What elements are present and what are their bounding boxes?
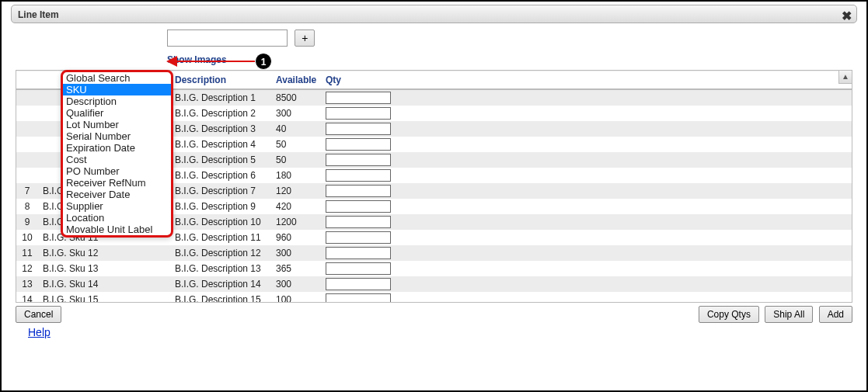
cell-qty [321, 199, 399, 214]
col-header-available[interactable]: Available [271, 71, 321, 90]
cell-available: 300 [271, 106, 321, 121]
cell-description: B.I.G. Description 7 [170, 183, 271, 199]
cell-description: B.I.G. Description 15 [170, 292, 271, 303]
qty-input[interactable] [326, 92, 391, 104]
cell-description: B.I.G. Description 11 [170, 230, 271, 245]
cell-rownum [16, 137, 38, 152]
dropdown-option[interactable]: Receiver Date [63, 189, 171, 200]
ship-all-button[interactable]: Ship All [765, 306, 813, 323]
cell-rownum: 9 [16, 214, 38, 230]
qty-input[interactable] [326, 247, 391, 259]
dropdown-option[interactable]: Movable Unit Label [63, 224, 171, 235]
col-header-row[interactable] [16, 71, 38, 90]
table-row[interactable]: 12B.I.G. Sku 13B.I.G. Description 13365 [16, 261, 852, 276]
cell-available: 960 [271, 230, 321, 245]
dropdown-option[interactable]: PO Number [63, 165, 171, 177]
cell-available: 40 [271, 121, 321, 137]
cell-qty [321, 89, 399, 106]
qty-input[interactable] [326, 278, 391, 290]
qty-input[interactable] [326, 138, 391, 151]
cell-rownum: 14 [16, 292, 38, 303]
cell-sku: B.I.G. Sku 12 [38, 245, 116, 261]
cell-description: B.I.G. Description 12 [170, 245, 271, 261]
qty-input[interactable] [326, 107, 391, 120]
cell-qty [321, 292, 399, 303]
table-row[interactable]: 13B.I.G. Sku 14B.I.G. Description 14300 [16, 276, 852, 292]
cell-qualifier [116, 245, 170, 261]
cell-rownum: 11 [16, 245, 38, 261]
cell-available: 365 [271, 261, 321, 276]
dropdown-option[interactable]: SKU [63, 84, 171, 95]
show-images-link[interactable]: Show Images [16, 54, 852, 65]
add-criteria-button[interactable]: + [295, 29, 315, 47]
table-row[interactable]: 11B.I.G. Sku 12B.I.G. Description 12300 [16, 245, 852, 261]
cell-available: 300 [271, 276, 321, 292]
cell-description: B.I.G. Description 9 [170, 199, 271, 214]
cell-available: 100 [271, 292, 321, 303]
dropdown-option[interactable]: Qualifier [63, 107, 171, 119]
cell-available: 50 [271, 137, 321, 152]
cell-qualifier [116, 261, 170, 276]
qty-input[interactable] [326, 154, 391, 166]
dropdown-option[interactable]: Global Search [63, 72, 171, 84]
cell-qualifier [116, 276, 170, 292]
qty-input[interactable] [326, 169, 391, 182]
cell-qty [321, 152, 399, 168]
cell-description: B.I.G. Description 10 [170, 214, 271, 230]
cell-available: 300 [271, 245, 321, 261]
cell-available: 120 [271, 183, 321, 199]
dialog-titlebar: Line Item ✖ [11, 5, 857, 23]
cell-qty [321, 168, 399, 183]
add-button[interactable]: Add [819, 306, 852, 323]
dropdown-option[interactable]: Location [63, 212, 171, 224]
copy-qtys-button[interactable]: Copy Qtys [699, 306, 759, 323]
callout-arrow [177, 61, 255, 62]
cell-rownum: 7 [16, 183, 38, 199]
dropdown-option[interactable]: Serial Number [63, 130, 171, 142]
cell-qty [321, 230, 399, 245]
cell-available: 1200 [271, 214, 321, 230]
cell-description: B.I.G. Description 2 [170, 106, 271, 121]
dropdown-option[interactable]: Expiration Date [63, 142, 171, 154]
cell-description: B.I.G. Description 6 [170, 168, 271, 183]
cell-description: B.I.G. Description 5 [170, 152, 271, 168]
dropdown-option[interactable]: Receiver RefNum [63, 177, 171, 189]
qty-input[interactable] [326, 185, 391, 197]
qty-input[interactable] [326, 216, 391, 228]
cell-rownum: 10 [16, 230, 38, 245]
search-field-dropdown[interactable]: Global SearchSKUDescriptionQualifierLot … [61, 70, 173, 238]
search-input[interactable] [167, 29, 288, 47]
dropdown-option[interactable]: Description [63, 95, 171, 107]
cell-description: B.I.G. Description 1 [170, 89, 271, 106]
dropdown-option[interactable]: Cost [63, 154, 171, 165]
col-header-qty[interactable]: Qty [321, 71, 399, 90]
scroll-up-icon[interactable]: ▲ [838, 71, 852, 84]
cell-rownum [16, 89, 38, 106]
col-header-description[interactable]: Description [170, 71, 271, 90]
cell-rownum [16, 168, 38, 183]
table-row[interactable]: 14B.I.G. Sku 15B.I.G. Description 15100 [16, 292, 852, 303]
dropdown-option[interactable]: Supplier [63, 200, 171, 212]
cell-rownum [16, 152, 38, 168]
cell-available: 420 [271, 199, 321, 214]
cell-rownum: 8 [16, 199, 38, 214]
cancel-button[interactable]: Cancel [16, 306, 61, 323]
help-link[interactable]: Help [11, 323, 51, 338]
cell-sku: B.I.G. Sku 14 [38, 276, 116, 292]
cell-description: B.I.G. Description 14 [170, 276, 271, 292]
cell-qty [321, 276, 399, 292]
dropdown-option[interactable]: Lot Number [63, 119, 171, 130]
qty-input[interactable] [326, 123, 391, 135]
cell-qty [321, 121, 399, 137]
qty-input[interactable] [326, 293, 391, 303]
cell-qualifier [116, 292, 170, 303]
cell-available: 180 [271, 168, 321, 183]
qty-input[interactable] [326, 200, 391, 213]
qty-input[interactable] [326, 231, 391, 244]
cell-qty [321, 106, 399, 121]
cell-qty [321, 183, 399, 199]
cell-rownum: 13 [16, 276, 38, 292]
cell-qty [321, 245, 399, 261]
cell-description: B.I.G. Description 13 [170, 261, 271, 276]
qty-input[interactable] [326, 262, 391, 275]
